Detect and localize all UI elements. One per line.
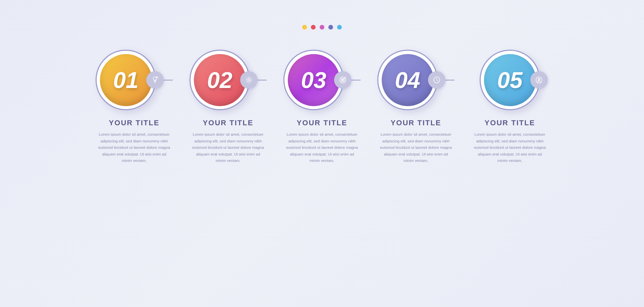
header <box>302 20 342 30</box>
step-inner-circle-5: 05 <box>484 54 536 106</box>
color-dot <box>311 25 316 30</box>
step-title-4: YOUR TITLE <box>391 119 441 127</box>
step-outer-circle-4: 04 <box>377 50 438 110</box>
step-description-2: Lorem ipsum dolor sit amet, consectetuer… <box>191 131 265 164</box>
step-outer-circle-2: 02 <box>190 50 250 110</box>
step-number-3: 03 <box>301 69 326 91</box>
step-item-4: 04 YOUR TITLELorem ipsum dolor sit amet,… <box>369 50 463 164</box>
step-title-5: YOUR TITLE <box>485 119 535 127</box>
svg-point-3 <box>247 78 251 82</box>
step-item-5: 05 YOUR TITLELorem ipsum dolor sit amet,… <box>463 50 557 164</box>
step-icon-1 <box>146 71 164 89</box>
color-dot <box>320 25 324 30</box>
step-number-1: 01 <box>113 69 139 91</box>
step-content-4: YOUR TITLELorem ipsum dolor sit amet, co… <box>379 117 453 164</box>
step-outer-circle-1: 01 <box>96 50 156 110</box>
step-connector-4: 04 <box>377 50 454 110</box>
step-icon-3 <box>334 71 352 89</box>
step-title-3: YOUR TITLE <box>297 119 347 127</box>
step-item-1: 01 YOUR TITLELorem ipsum dolor sit amet,… <box>87 50 181 164</box>
step-connector-3: 03 <box>283 50 361 110</box>
step-inner-circle-2: 02 <box>194 54 246 106</box>
step-icon-2 <box>240 71 258 89</box>
step-icon-5 <box>530 71 548 89</box>
step-description-3: Lorem ipsum dolor sit amet, consectetuer… <box>285 131 359 164</box>
step-item-2: 02 YOUR TITLELorem ipsum dolor sit amet,… <box>181 50 275 164</box>
svg-point-0 <box>153 77 157 80</box>
step-number-2: 02 <box>207 69 232 91</box>
svg-point-6 <box>342 79 343 81</box>
color-dot <box>337 25 342 30</box>
step-connector-1: 01 <box>96 50 173 110</box>
step-content-2: YOUR TITLELorem ipsum dolor sit amet, co… <box>191 117 265 164</box>
step-title-1: YOUR TITLE <box>109 119 160 127</box>
step-icon-4 <box>428 71 445 89</box>
step-description-1: Lorem ipsum dolor sit amet, consectetuer… <box>97 131 171 164</box>
step-connector-2: 02 <box>190 50 267 110</box>
step-description-4: Lorem ipsum dolor sit amet, consectetuer… <box>379 131 453 164</box>
step-outer-circle-5: 05 <box>480 50 540 110</box>
step-description-5: Lorem ipsum dolor sit amet, consectetuer… <box>473 131 547 164</box>
step-content-1: YOUR TITLELorem ipsum dolor sit amet, co… <box>97 117 171 164</box>
color-dot <box>328 25 333 30</box>
svg-point-2 <box>248 79 250 81</box>
step-number-4: 04 <box>395 69 420 91</box>
step-number-5: 05 <box>497 69 523 91</box>
color-dot <box>302 25 307 30</box>
step-item-3: 03 YOUR TITLELorem ipsum dolor sit amet,… <box>275 50 369 164</box>
color-dots <box>302 25 342 30</box>
infographic-row: 01 YOUR TITLELorem ipsum dolor sit amet,… <box>87 50 557 164</box>
step-content-5: YOUR TITLELorem ipsum dolor sit amet, co… <box>473 117 547 164</box>
step-inner-circle-4: 04 <box>382 54 434 106</box>
step-connector-5: 05 <box>480 50 540 110</box>
step-outer-circle-3: 03 <box>283 50 344 110</box>
step-inner-circle-3: 03 <box>288 54 340 106</box>
step-title-2: YOUR TITLE <box>203 119 254 127</box>
step-inner-circle-1: 01 <box>100 54 152 106</box>
step-content-3: YOUR TITLELorem ipsum dolor sit amet, co… <box>285 117 359 164</box>
